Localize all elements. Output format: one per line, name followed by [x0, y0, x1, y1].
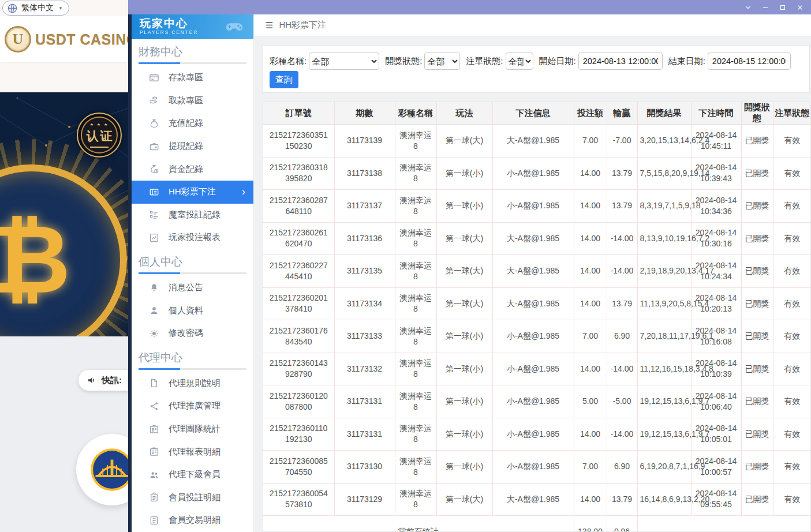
cell-bet-amount: 14.00	[574, 190, 607, 223]
news-marquee[interactable]: 快訊:	[79, 370, 128, 391]
sidebar-item[interactable]: 個人資料	[132, 299, 253, 322]
cell-bet-info: 小-A盤@1.985	[492, 190, 574, 223]
section-items: 代理規則說明 代理推廣管理 代理團隊統計 代理報表明細 代理下級會員 會員投註明…	[132, 372, 253, 532]
cell-draw-status: 已開獎	[741, 222, 773, 255]
left-panel: U USDT CASINO 繁体中文 ▼	[0, 0, 128, 532]
sidebar-item[interactable]: 會員交易明細	[132, 509, 253, 532]
table-header-cell: 注單狀態	[773, 102, 811, 125]
doclines-icon	[149, 515, 159, 526]
sidebar-item[interactable]: 充值記錄	[132, 112, 253, 135]
table-header-cell: 輸贏	[607, 102, 637, 125]
search-button[interactable]: 查詢	[270, 71, 298, 88]
sidebar-item[interactable]: 代理報表明細	[132, 440, 253, 463]
table-header-cell: 彩種名稱	[395, 102, 436, 125]
idcard-icon	[149, 447, 159, 457]
cell-bet-info: 大-A盤@1.985	[492, 125, 574, 158]
cell-order-no: 2152172360110192130	[263, 418, 334, 451]
maximize-button[interactable]	[774, 0, 791, 14]
table-header-cell: 開獎狀態	[741, 102, 773, 125]
table-header-cell: 開獎結果	[637, 102, 691, 125]
cell-bet-amount: 7.00	[574, 320, 607, 353]
sidebar-item[interactable]: 魔室投註記錄	[132, 204, 253, 227]
checklist-icon	[149, 209, 159, 220]
cell-bet-amount: 14.00	[574, 353, 607, 385]
section-agent: 代理中心 代理規則說明 代理推廣管理 代理團隊統計 代理報表明細 代理下級會員 …	[132, 345, 253, 532]
bets-table-container: 訂單號 期數 彩種名稱 玩法 下注信息 投注額 輸贏 開獎結果 下注時間 開獎狀…	[263, 102, 811, 532]
sidebar-item[interactable]: 代理下級會員	[132, 463, 253, 486]
cell-lottery: 澳洲幸运8	[395, 287, 436, 320]
sidebar-item[interactable]: 會員投註明細	[132, 486, 253, 509]
close-button[interactable]	[791, 0, 809, 14]
sidebar-item[interactable]: 代理團隊統計	[132, 418, 253, 441]
section-title: 個人中心	[132, 249, 253, 269]
lottery-name-label: 彩種名稱:	[270, 56, 307, 67]
speaker-icon	[87, 375, 97, 385]
cell-order-status: 有效	[773, 255, 811, 288]
cell-win-loss: 13.79	[607, 287, 637, 320]
app-window: U USDT CASINO 繁体中文 ▼	[0, 0, 811, 532]
brand-logo[interactable]: U USDT CASINO	[0, 16, 128, 62]
cell-draw-status: 已開獎	[741, 483, 773, 516]
cell-lottery: 澳洲幸运8	[395, 125, 436, 158]
brand-name: USDT CASINO	[35, 31, 128, 48]
sidebar-item[interactable]: 代理規則說明	[132, 372, 253, 395]
sidebar-item[interactable]: 提現記錄	[132, 135, 253, 158]
sidebar-item[interactable]: 存款專區	[132, 66, 253, 89]
draw-status-label: 開獎狀態:	[385, 56, 422, 67]
cell-draw-status: 已開獎	[741, 451, 773, 484]
draw-status-select[interactable]: 全部	[424, 53, 460, 70]
table-header-row: 訂單號 期數 彩種名稱 玩法 下注信息 投注額 輸贏 開獎結果 下注時間 開獎狀…	[263, 102, 811, 125]
bell-icon	[149, 283, 159, 293]
chevron-down-icon[interactable]	[739, 0, 757, 14]
idcard-icon	[149, 424, 159, 434]
language-selector[interactable]: 繁体中文 ▼	[2, 1, 69, 16]
cell-order-no: 2152172360287648110	[263, 190, 334, 223]
cell-period: 31173137	[334, 190, 395, 223]
cell-win-loss: 13.79	[607, 157, 637, 190]
start-date-input[interactable]	[578, 53, 663, 70]
hamburger-icon[interactable]: ☰	[266, 20, 273, 31]
sidebar-item[interactable]: 代理推廣管理	[132, 395, 253, 418]
minimize-button[interactable]	[757, 0, 774, 14]
cell-order-no: 2152172360351150230	[263, 125, 334, 158]
sidebar-item[interactable]: 消息公告	[132, 276, 253, 299]
table-row: 2152172360120087800 31173131 澳洲幸运8 第一球(小…	[263, 385, 811, 418]
brand-coin-icon: U	[5, 26, 31, 53]
cell-draw-result: 19,12,15,13,6,1,9,7	[637, 418, 691, 451]
main-content: ☰ HH彩票下注 彩種名稱: 全部 開獎狀態: 全部 注單狀態: 全部 開始日期…	[254, 14, 811, 532]
cell-play: 第一球(大)	[436, 255, 492, 288]
lottery-name-select[interactable]: 全部	[309, 53, 379, 70]
cell-draw-result: 6,19,20,8,7,1,16,9	[637, 451, 691, 484]
table-row: 2152172360143928790 31173132 澳洲幸运8 第一球(小…	[263, 353, 811, 385]
sidebar-item[interactable]: HH彩票下注	[132, 181, 253, 204]
cell-bet-amount: 14.00	[574, 483, 607, 516]
globe-icon	[7, 3, 18, 14]
section-underline	[139, 368, 246, 370]
user-icon	[149, 305, 159, 316]
table-header-cell: 玩法	[436, 102, 492, 125]
team-logo-button[interactable]	[76, 434, 128, 505]
cell-order-no: 2152172360143928790	[263, 353, 334, 385]
cell-bet-info: 小-A盤@1.985	[492, 385, 574, 418]
sidebar-item[interactable]: 修改密碼	[132, 322, 253, 345]
clipboard-icon	[149, 492, 159, 503]
cell-win-loss: -14.00	[607, 353, 637, 385]
sidebar: 玩家中心 PLAYERS CENTER 財務中心 存款專區 取款專區 充值記錄 …	[132, 14, 254, 532]
cell-order-status: 有效	[773, 320, 811, 353]
gear-icon	[149, 328, 159, 339]
end-date-input[interactable]	[708, 53, 791, 70]
cell-bet-amount: 14.00	[574, 222, 607, 255]
order-status-select[interactable]: 全部	[506, 53, 533, 70]
sidebar-item[interactable]: 資金記錄	[132, 158, 253, 181]
cell-order-no: 2152172360120087800	[263, 385, 334, 418]
sidebar-item[interactable]: 玩家投注報表	[132, 226, 253, 249]
caret-down-icon: ▼	[58, 6, 63, 11]
bitcoin-symbol: ₿	[0, 204, 70, 315]
cell-order-status: 有效	[773, 483, 811, 516]
badge-label: 认证	[85, 128, 114, 144]
cell-win-loss: -14.00	[607, 255, 637, 288]
page-header: ☰ HH彩票下注	[254, 14, 811, 36]
cell-lottery: 澳洲幸运8	[395, 190, 436, 223]
sidebar-item[interactable]: 取款專區	[132, 89, 253, 113]
table-body: 2152172360351150230 31173139 澳洲幸运8 第一球(大…	[263, 125, 811, 516]
